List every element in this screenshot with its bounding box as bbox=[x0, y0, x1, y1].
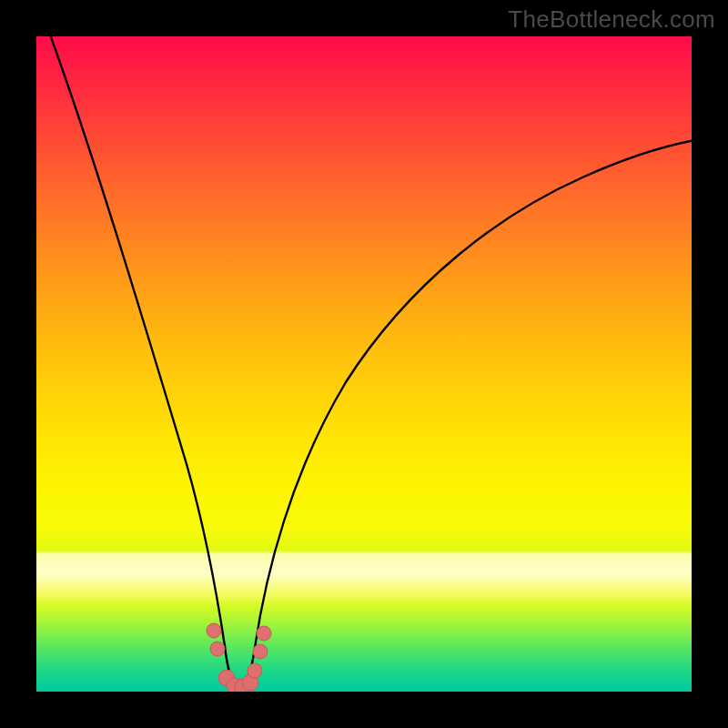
marker-dot bbox=[210, 642, 225, 656]
plot-area bbox=[36, 36, 692, 692]
curve-left-branch bbox=[47, 36, 225, 646]
watermark-text: TheBottleneck.com bbox=[508, 5, 715, 34]
valley-markers bbox=[207, 623, 271, 692]
curve-layer bbox=[36, 36, 692, 692]
chart-frame: TheBottleneck.com bbox=[0, 0, 728, 728]
marker-dot bbox=[248, 663, 262, 678]
marker-dot bbox=[253, 644, 268, 659]
marker-dot bbox=[207, 623, 221, 638]
curve-right-branch bbox=[255, 139, 692, 648]
marker-dot bbox=[257, 626, 271, 641]
